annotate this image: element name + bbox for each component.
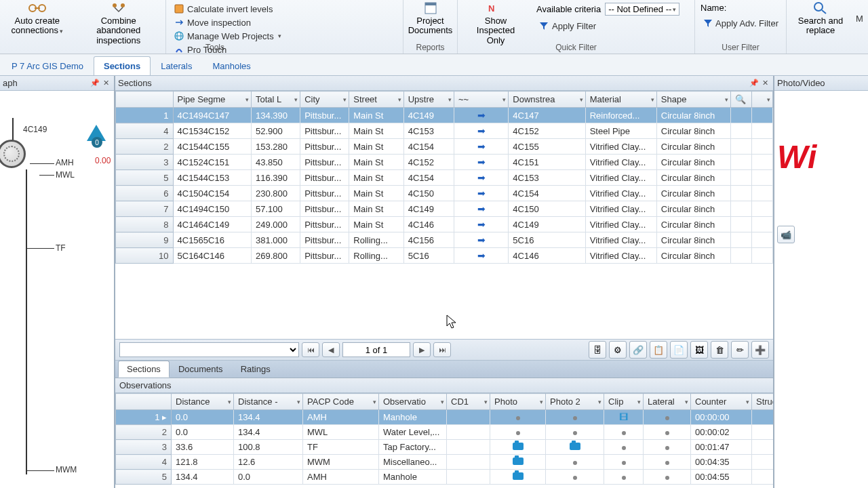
col-cd1[interactable]: CD1▾ bbox=[447, 394, 490, 410]
col-photo[interactable]: Photo▾ bbox=[490, 394, 546, 410]
tab-arcgis-demo[interactable]: P 7 Arc GIS Demo bbox=[1, 56, 94, 75]
table-row[interactable]: 44C1534C15252.900Pittsbur...Main St4C153… bbox=[116, 123, 773, 139]
criteria-combo[interactable]: -- Not Defined -- bbox=[605, 3, 679, 16]
col-street[interactable]: Street▾ bbox=[349, 92, 403, 108]
tool-delete-button[interactable]: 🗑 bbox=[711, 341, 728, 359]
search-replace-button[interactable]: Search and replace bbox=[792, 1, 849, 36]
filter-icon[interactable]: ▾ bbox=[484, 399, 488, 405]
col-pipe[interactable]: Pipe Segme▾ bbox=[173, 92, 251, 108]
tool-copy-button[interactable]: 📄 bbox=[670, 341, 688, 359]
table-row[interactable]: 5134.40.0AMHManhole00:04:55 bbox=[116, 470, 774, 485]
tool-paste-button[interactable]: 📋 bbox=[650, 341, 667, 359]
col-lateral[interactable]: Lateral▾ bbox=[644, 394, 691, 410]
tool-link-button[interactable]: 🔗 bbox=[629, 341, 647, 359]
tab-laterals[interactable]: Laterals bbox=[151, 56, 202, 75]
filter-icon[interactable]: ▾ bbox=[441, 399, 444, 405]
filter-icon[interactable]: ▾ bbox=[502, 96, 506, 103]
table-row[interactable]: 64C1504C154230.800Pittsbur...Main St4C15… bbox=[116, 186, 773, 201]
table-row[interactable]: 105C164C146269.800Pittsbur...Rolling...5… bbox=[116, 248, 773, 264]
filter-icon[interactable]: ▾ bbox=[297, 399, 300, 405]
table-row[interactable]: 54C1544C153116.390Pittsbur...Main St4C15… bbox=[116, 170, 773, 186]
sections-grid[interactable]: Pipe Segme▾ Total L▾ City▾ Street▾ Upstr… bbox=[115, 91, 773, 339]
observations-grid[interactable]: Distance▾ Distance -▾ PACP Code▾ Observa… bbox=[115, 393, 773, 488]
filter-icon[interactable]: ▾ bbox=[651, 96, 654, 103]
pin-icon[interactable]: 📌 bbox=[90, 78, 100, 89]
table-row[interactable]: 84C1464C149249.000Pittsbur...Main St4C14… bbox=[116, 217, 773, 232]
col-total[interactable]: Total L▾ bbox=[251, 92, 300, 108]
row-header-col[interactable] bbox=[116, 92, 174, 108]
col-shape[interactable]: Shape▾ bbox=[656, 92, 730, 108]
filter-icon[interactable]: ▾ bbox=[343, 96, 347, 103]
tab-manholes[interactable]: Manholes bbox=[202, 56, 260, 75]
filter-icon[interactable]: ▾ bbox=[580, 96, 583, 103]
tool-add-button[interactable]: ➕ bbox=[751, 341, 769, 359]
col-direction[interactable]: ~~▾ bbox=[454, 92, 508, 108]
filter-icon[interactable]: ▾ bbox=[685, 399, 688, 405]
tool-image-button[interactable]: 🖼 bbox=[690, 341, 708, 359]
table-row[interactable]: 24C1544C155153.280Pittsbur...Main St4C15… bbox=[116, 139, 773, 155]
filter-icon[interactable]: ▾ bbox=[448, 96, 452, 103]
col-material[interactable]: Material▾ bbox=[585, 92, 656, 108]
col-pacp[interactable]: PACP Code▾ bbox=[303, 394, 379, 410]
table-row[interactable]: 333.6100.8TFTap Factory...00:01:47 bbox=[116, 440, 774, 455]
col-city[interactable]: City▾ bbox=[300, 92, 349, 108]
filter-icon[interactable]: ▾ bbox=[598, 399, 601, 405]
close-icon[interactable]: ✕ bbox=[100, 78, 111, 89]
filter-icon[interactable]: ▾ bbox=[767, 96, 770, 103]
nav-last-button[interactable]: ⏭ bbox=[433, 342, 451, 357]
close-icon[interactable]: ✕ bbox=[760, 78, 770, 89]
col-downstream[interactable]: Downstrea▾ bbox=[509, 92, 585, 108]
camera-icon[interactable] bbox=[570, 443, 580, 450]
tool-db-button[interactable]: 🗄 bbox=[589, 341, 606, 359]
nav-next-button[interactable]: ▶ bbox=[413, 342, 431, 357]
col-filter-extra[interactable]: ▾ bbox=[752, 92, 773, 108]
table-row[interactable]: 74C1494C15057.100Pittsbur...Main St4C149… bbox=[116, 201, 773, 217]
camera-icon[interactable] bbox=[513, 458, 524, 465]
col-zoom[interactable]: 🔍 bbox=[731, 92, 752, 108]
subtab-ratings[interactable]: Ratings bbox=[232, 361, 279, 378]
filter-icon[interactable]: ▾ bbox=[294, 96, 298, 103]
camera-icon[interactable] bbox=[513, 472, 524, 480]
video-camera-button[interactable]: 📹 bbox=[777, 226, 795, 243]
col-clip[interactable]: Clip▾ bbox=[604, 394, 644, 410]
row-header-col[interactable] bbox=[116, 394, 172, 410]
project-documents-button[interactable]: Project Documents bbox=[409, 1, 452, 36]
subtab-documents[interactable]: Documents bbox=[170, 361, 232, 378]
col-observation[interactable]: Observatio▾ bbox=[379, 394, 447, 410]
table-row[interactable]: 14C1494C147134.390Pittsbur...Main St4C14… bbox=[116, 108, 773, 123]
col-distance-rev[interactable]: Distance -▾ bbox=[234, 394, 303, 410]
nav-prev-button[interactable]: ◀ bbox=[322, 342, 340, 357]
table-row[interactable]: 20.0134.4MWLWater Level,...00:00:02 bbox=[116, 425, 774, 440]
pin-icon[interactable]: 📌 bbox=[749, 78, 760, 89]
tool-edit-button[interactable]: ✏ bbox=[731, 341, 749, 359]
table-row[interactable]: 94C1565C16381.000Pittsbur...Rolling...4C… bbox=[116, 232, 773, 248]
move-inspection-button[interactable]: Move inspection bbox=[172, 16, 397, 28]
filter-icon[interactable]: ▾ bbox=[746, 399, 749, 405]
tab-sections[interactable]: Sections bbox=[94, 56, 151, 75]
filter-icon[interactable]: ▾ bbox=[637, 399, 641, 405]
table-row[interactable]: 4121.812.6MWMMiscellaneo...00:04:35 bbox=[116, 455, 774, 470]
col-distance[interactable]: Distance▾ bbox=[172, 394, 234, 410]
nav-first-button[interactable]: ⏮ bbox=[302, 342, 319, 357]
col-counter[interactable]: Counter▾ bbox=[691, 394, 752, 410]
filter-icon[interactable]: ▾ bbox=[540, 399, 543, 405]
filter-icon[interactable]: ▾ bbox=[228, 399, 231, 405]
filter-icon[interactable]: ▾ bbox=[398, 96, 401, 103]
tool-config-button[interactable]: ⚙ bbox=[609, 341, 627, 359]
auto-create-connections-button[interactable]: Auto create connections bbox=[5, 1, 68, 52]
clip-icon[interactable]: 🎞 bbox=[619, 412, 628, 422]
filter-icon[interactable]: ▾ bbox=[245, 96, 249, 103]
table-row[interactable]: 1 ▸0.0134.4AMHManhole🎞00:00:00 bbox=[116, 410, 774, 425]
col-photo2[interactable]: Photo 2▾ bbox=[546, 394, 604, 410]
apply-filter-button[interactable]: Apply Filter bbox=[536, 20, 679, 32]
nav-combo[interactable] bbox=[119, 342, 299, 357]
apply-adv-filter-button[interactable]: Apply Adv. Filter bbox=[701, 17, 781, 29]
manage-web-projects-button[interactable]: Manage Web Projects bbox=[172, 30, 397, 42]
pro-touch-button[interactable]: Pro Touch bbox=[172, 43, 397, 56]
filter-icon[interactable]: ▾ bbox=[373, 399, 376, 405]
manhole-node[interactable] bbox=[0, 140, 26, 168]
col-upstre[interactable]: Upstre▾ bbox=[403, 92, 454, 108]
subtab-sections[interactable]: Sections bbox=[118, 361, 170, 378]
col-struct-grade[interactable]: Struct. Grade▾ bbox=[752, 394, 774, 410]
filter-icon[interactable]: ▾ bbox=[725, 96, 728, 103]
